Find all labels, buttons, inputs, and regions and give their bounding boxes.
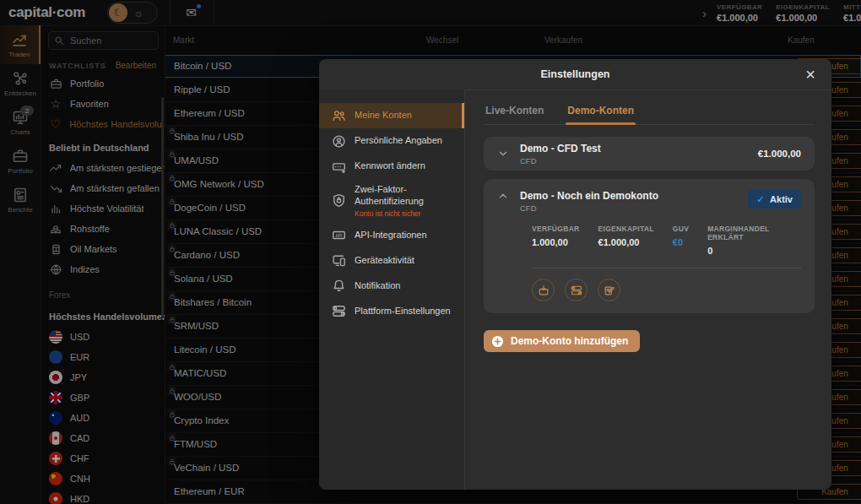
settings-modal: Einstellungen × Meine Konten — [319, 59, 831, 490]
account-card-expanded: Demo - Noch ein Demokonto CFD ✓ Aktiv VE… — [484, 179, 815, 313]
modal-title: Einstellungen — [541, 68, 610, 80]
shield-lock-icon — [331, 193, 346, 209]
edit-icon — [604, 285, 615, 296]
account-type: CFD — [520, 203, 658, 213]
account-card-collapsed[interactable]: Demo - CFD Test CFD €1.000,00 — [484, 137, 815, 171]
settings-menu-item[interactable]: Notifikation — [319, 274, 464, 299]
account-stat: MARGINHANDEL ERKLÄRT 0 — [707, 225, 801, 256]
check-icon: ✓ — [756, 193, 765, 205]
plus-icon — [491, 335, 504, 348]
toggles-icon — [571, 285, 582, 296]
settings-menu-item[interactable]: API API-Integrationen — [319, 223, 464, 248]
modal-header: Einstellungen × — [319, 59, 831, 90]
active-badge: ✓ Aktiv — [748, 190, 801, 209]
tab[interactable]: Demo-Konten — [566, 100, 636, 124]
user-circle-icon — [331, 133, 346, 149]
account-balance: €1.000,00 — [758, 149, 801, 159]
top-up-icon — [538, 285, 550, 296]
password-icon — [331, 159, 346, 174]
account-action-button[interactable] — [598, 279, 620, 301]
bell-icon — [331, 279, 346, 294]
api-icon: API — [331, 228, 346, 243]
account-action-button[interactable] — [565, 279, 588, 301]
account-actions — [532, 279, 801, 301]
chevron-up-icon[interactable] — [497, 190, 509, 202]
account-name: Demo - CFD Test — [520, 143, 601, 154]
account-action-button[interactable] — [532, 279, 555, 301]
settings-menu-item[interactable]: Zwei-Faktor-Authentifizierung Konto ist … — [319, 179, 464, 223]
divider — [532, 268, 801, 268]
tab[interactable]: Live-Konten — [484, 100, 545, 124]
users-icon — [331, 108, 346, 123]
account-name: Demo - Noch ein Demokonto — [520, 190, 658, 202]
svg-text:API: API — [335, 234, 342, 238]
settings-menu-item[interactable]: Persönliche Angaben — [319, 128, 464, 154]
security-warning: Konto ist nicht sicher — [355, 209, 456, 218]
toggles-icon — [331, 304, 346, 319]
add-demo-account-button[interactable]: Demo-Konto hinzufügen — [484, 330, 640, 352]
devices-icon — [331, 253, 346, 268]
chevron-down-icon[interactable] — [497, 148, 509, 160]
account-tabs: Live-Konten Demo-Konten — [484, 100, 815, 125]
settings-content: Live-Konten Demo-Konten Demo - CFD Test … — [465, 89, 831, 490]
account-stat: EIGENKAPITAL €1.000,00 — [598, 225, 654, 256]
account-stat: VERFÜGBAR 1.000,00 — [532, 225, 580, 256]
settings-menu: Meine Konten Persönliche Angaben — [319, 89, 465, 490]
settings-menu-item[interactable]: Kennwort ändern — [319, 154, 464, 179]
settings-menu-item[interactable]: Plattform-Einstellungen — [319, 299, 464, 324]
close-icon[interactable]: × — [799, 63, 821, 85]
account-stat: GUV €0 — [673, 225, 689, 256]
settings-menu-item[interactable]: Geräteaktivität — [319, 248, 464, 274]
account-type: CFD — [520, 156, 601, 165]
trading-app: capital·com ☾ ☼ ✉ › VERFÜGBAR €1.000,00 … — [0, 0, 861, 504]
account-stats: VERFÜGBAR 1.000,00 EIGENKAPITAL €1.000,0… — [532, 225, 801, 256]
settings-menu-item[interactable]: Meine Konten — [319, 103, 464, 128]
